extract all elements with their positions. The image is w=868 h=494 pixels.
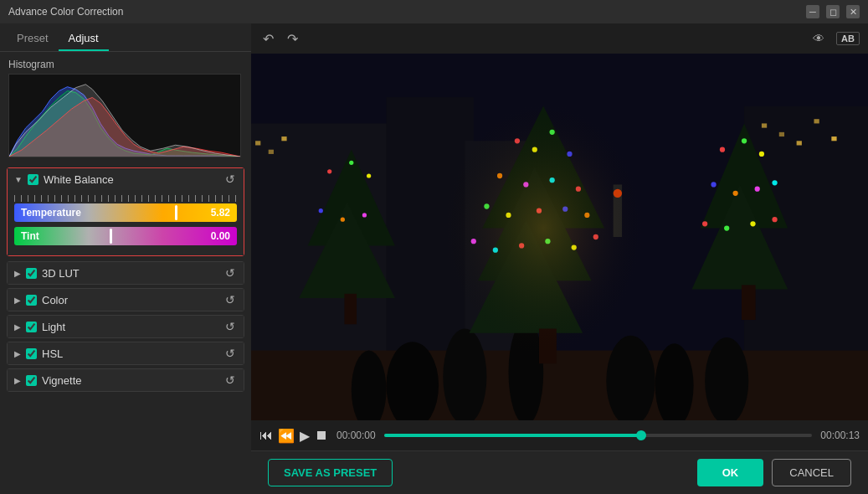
- svg-rect-6: [269, 150, 274, 154]
- section-color-checkbox[interactable]: [26, 295, 37, 306]
- progress-fill: [384, 434, 641, 437]
- white-balance-checkbox[interactable]: [28, 174, 39, 185]
- tab-bar: Preset Adjust: [0, 23, 251, 52]
- section-3dlut-checkbox[interactable]: [26, 268, 37, 279]
- section-light: ▶ Light ↺: [7, 315, 244, 338]
- toolbar-left: ↶ ↷: [259, 29, 301, 49]
- tick-bar: [14, 195, 237, 202]
- eye-button[interactable]: 👁: [808, 30, 829, 47]
- svg-point-62: [349, 161, 353, 165]
- svg-point-47: [720, 147, 725, 152]
- video-area: [251, 54, 868, 420]
- chevron-icon: ▶: [14, 322, 21, 332]
- svg-point-63: [367, 173, 371, 178]
- histogram-section: Histogram: [0, 52, 251, 164]
- tint-thumb[interactable]: [110, 229, 112, 244]
- svg-point-50: [711, 182, 716, 187]
- section-vignette-checkbox[interactable]: [26, 375, 37, 386]
- tint-slider[interactable]: Tint 0.00: [14, 227, 237, 245]
- svg-rect-60: [344, 294, 357, 325]
- section-vignette-header[interactable]: ▶ Vignette ↺: [8, 369, 244, 391]
- section-light-header[interactable]: ▶ Light ↺: [8, 316, 244, 337]
- svg-point-55: [724, 225, 729, 230]
- svg-rect-11: [814, 119, 819, 123]
- chevron-icon: ▶: [14, 349, 21, 358]
- minimize-button[interactable]: ─: [806, 5, 819, 18]
- video-toolbar: ↶ ↷ 👁 AB: [251, 23, 868, 54]
- section-color-header[interactable]: ▶ Color ↺: [8, 289, 244, 311]
- undo-button[interactable]: ↶: [259, 29, 277, 49]
- title-bar: Advance Color Correction ─ ◻ ✕: [0, 0, 868, 23]
- section-hsl: ▶ HSL ↺: [7, 342, 244, 365]
- svg-rect-10: [797, 141, 802, 145]
- close-button[interactable]: ✕: [846, 5, 860, 18]
- white-balance-header[interactable]: ▼ White Balance ↺: [8, 168, 244, 190]
- section-light-label: Light: [42, 321, 218, 333]
- left-panel: Preset Adjust Histogram: [0, 23, 251, 494]
- svg-point-49: [759, 152, 764, 157]
- main-content: Preset Adjust Histogram: [0, 23, 868, 494]
- progress-track[interactable]: [384, 434, 813, 437]
- progress-thumb[interactable]: [636, 430, 646, 440]
- white-balance-reset-button[interactable]: ↺: [223, 172, 237, 186]
- section-hsl-reset[interactable]: ↺: [223, 347, 237, 360]
- save-preset-button[interactable]: SAVE AS PRESET: [268, 459, 393, 486]
- svg-rect-12: [831, 136, 836, 141]
- app-window: Advance Color Correction ─ ◻ ✕ Preset Ad…: [0, 0, 868, 494]
- section-color-reset[interactable]: ↺: [223, 293, 237, 306]
- chevron-icon: ▶: [14, 296, 21, 305]
- histogram-label: Histogram: [8, 59, 243, 70]
- temperature-thumb[interactable]: [175, 205, 177, 220]
- white-balance-title: White Balance: [44, 173, 218, 186]
- svg-point-61: [327, 169, 331, 173]
- histogram-canvas: [8, 74, 241, 157]
- temperature-label: Temperature: [21, 207, 81, 219]
- svg-point-52: [755, 187, 760, 192]
- tab-preset[interactable]: Preset: [7, 27, 59, 51]
- section-hsl-checkbox[interactable]: [26, 348, 37, 359]
- play-controls: ⏮ ⏪ ▶ ⏹: [259, 428, 328, 444]
- svg-point-65: [341, 218, 345, 222]
- section-light-checkbox[interactable]: [26, 322, 37, 332]
- svg-point-56: [750, 221, 755, 226]
- tint-value: 0.00: [211, 230, 230, 242]
- ok-button[interactable]: OK: [697, 459, 764, 486]
- section-hsl-header[interactable]: ▶ HSL ↺: [8, 342, 244, 364]
- section-vignette-label: Vignette: [42, 374, 218, 387]
- stop-button[interactable]: ⏹: [315, 428, 328, 443]
- window-controls: ─ ◻ ✕: [806, 5, 860, 18]
- section-3dlut-label: 3D LUT: [42, 267, 218, 280]
- action-bar: SAVE AS PRESET OK CANCEL: [251, 450, 868, 494]
- toolbar-right: 👁 AB: [808, 30, 860, 47]
- restore-button[interactable]: ◻: [826, 5, 840, 18]
- section-3dlut-header[interactable]: ▶ 3D LUT ↺: [8, 262, 244, 284]
- white-balance-body: Temperature 5.82 Tint 0.00: [8, 190, 244, 255]
- action-buttons-right: OK CANCEL: [697, 459, 851, 486]
- step-back-button[interactable]: ⏪: [278, 428, 295, 444]
- window-title: Advance Color Correction: [8, 6, 123, 18]
- tint-row: Tint 0.00: [14, 227, 237, 245]
- white-balance-section: ▼ White Balance ↺ Temperature 5.82: [7, 167, 244, 256]
- section-vignette-reset[interactable]: ↺: [223, 373, 237, 387]
- cancel-button[interactable]: CANCEL: [772, 459, 851, 486]
- playback-bar: ⏮ ⏪ ▶ ⏹ 00:00:00 00:00:13: [251, 420, 868, 450]
- svg-point-66: [362, 213, 367, 217]
- svg-point-48: [742, 138, 747, 143]
- svg-point-15: [443, 329, 486, 421]
- svg-rect-46: [742, 285, 756, 320]
- svg-point-53: [772, 180, 777, 185]
- svg-point-64: [319, 208, 323, 213]
- tab-adjust[interactable]: Adjust: [59, 27, 109, 51]
- ab-button[interactable]: AB: [836, 32, 860, 45]
- svg-point-57: [772, 217, 777, 222]
- total-time: 00:00:13: [820, 430, 860, 441]
- section-light-reset[interactable]: ↺: [223, 320, 237, 333]
- redo-button[interactable]: ↷: [284, 29, 301, 49]
- play-button[interactable]: ▶: [300, 428, 310, 444]
- temperature-slider[interactable]: Temperature 5.82: [14, 203, 237, 222]
- section-3dlut-reset[interactable]: ↺: [223, 266, 237, 280]
- chevron-icon: ▼: [14, 175, 23, 184]
- rewind-button[interactable]: ⏮: [259, 428, 273, 443]
- chevron-icon: ▶: [14, 376, 21, 385]
- section-3dlut: ▶ 3D LUT ↺: [7, 261, 244, 285]
